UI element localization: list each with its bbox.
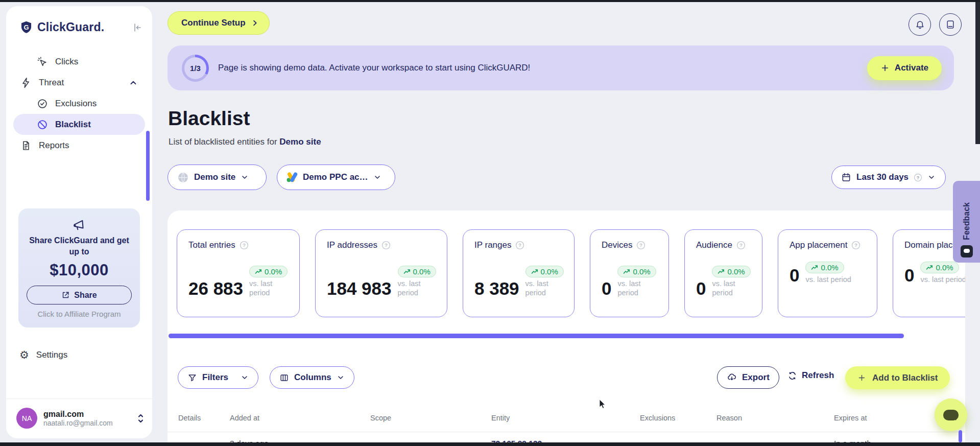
sidebar-item-threat[interactable]: Threat	[13, 72, 145, 93]
sidebar-item-label: Blacklist	[55, 120, 91, 130]
sidebar-item-exclusions[interactable]: Exclusions	[13, 93, 145, 114]
workspace-switcher[interactable]: NA gmail.com naatali.ro@gmail.com	[16, 408, 145, 429]
svg-text:?: ?	[243, 242, 245, 248]
stat-card-devices: Devices ? 0 0.0% vs. last period	[590, 229, 669, 317]
chevron-up-icon[interactable]	[129, 78, 138, 87]
sidebar-item-clicks[interactable]: Clicks	[13, 51, 145, 72]
up-down-chevrons-icon	[136, 413, 145, 424]
cell-added-at: 3 days ago	[230, 439, 269, 442]
filters-label: Filters	[202, 372, 228, 383]
column-header-entity[interactable]: Entity	[491, 414, 510, 422]
site-selector-value: Demo site	[194, 172, 235, 182]
sidebar-scrollbar[interactable]	[146, 131, 150, 201]
sidebar-item-label: Threat	[39, 78, 64, 88]
workspace-name: gmail.com	[43, 410, 113, 419]
megaphone-icon	[26, 218, 133, 232]
sidebar-collapse-icon[interactable]	[132, 22, 143, 33]
feedback-label: Feedback	[962, 202, 971, 240]
stat-delta: 0.0%	[821, 263, 838, 272]
affiliate-promo-card[interactable]: Share ClickGuard and get up to $10,000 S…	[18, 208, 140, 327]
reports-document-icon	[20, 140, 32, 151]
activate-button[interactable]: Activate	[867, 56, 942, 80]
column-header-reason[interactable]: Reason	[716, 414, 742, 422]
stat-card-ip-addresses: IP addresses ? 184 983 0.0% vs. last per…	[315, 229, 447, 317]
trend-up-icon	[531, 269, 538, 274]
docs-button[interactable]	[939, 13, 962, 36]
question-circle-icon[interactable]: ?	[381, 241, 391, 250]
site-selector[interactable]: Demo site	[168, 165, 267, 190]
stat-card-ip-ranges: IP ranges ? 8 389 0.0% vs. last period	[463, 229, 575, 317]
stat-note: vs. last period	[805, 275, 851, 284]
question-circle-icon[interactable]: ?	[636, 241, 646, 250]
stat-value: 26 883	[188, 279, 243, 297]
banner-message: Page is showing demo data. Activate your…	[218, 63, 530, 73]
stat-note: vs. last period	[712, 279, 744, 297]
cell-expires-at: In a month	[834, 439, 871, 442]
refresh-button[interactable]: Refresh	[787, 370, 834, 381]
question-circle-icon[interactable]: ?	[515, 241, 524, 250]
stats-row: Total entries ? 26 883 0.0% vs. last per…	[177, 229, 965, 318]
trend-up-icon	[623, 269, 630, 274]
demo-data-banner: 1/3 Page is showing demo data. Activate …	[168, 45, 954, 90]
sidebar-item-settings[interactable]: ⚙ Settings	[19, 349, 67, 360]
bell-icon	[915, 19, 925, 30]
column-header-expires-at[interactable]: Expires at	[834, 414, 867, 422]
column-header-details[interactable]: Details	[178, 414, 201, 422]
threat-lightning-icon	[20, 77, 32, 88]
continue-setup-label: Continue Setup	[181, 18, 246, 28]
sidebar: G ClickGuard. Clicks Threat	[6, 6, 152, 438]
affiliate-link-text[interactable]: Click to Affiliate Program	[26, 310, 133, 318]
columns-button[interactable]: Columns	[270, 366, 354, 389]
user-email: naatali.ro@gmail.com	[43, 419, 113, 427]
book-icon	[945, 19, 955, 30]
settings-label: Settings	[36, 350, 67, 360]
page-title: Blacklist	[168, 107, 250, 130]
ppc-account-selector[interactable]: Demo PPC ac…	[277, 165, 395, 190]
setup-progress-ring: 1/3	[182, 55, 209, 82]
stat-value: 0	[696, 279, 706, 297]
subtitle-text: List of blacklisted entities for	[169, 137, 277, 147]
promo-amount: $10,000	[26, 261, 133, 279]
subtitle-site-name: Demo site	[279, 137, 321, 147]
plus-icon	[880, 63, 890, 73]
page-vertical-scrollbar[interactable]	[959, 430, 962, 442]
notifications-button[interactable]	[909, 13, 931, 36]
stat-delta: 0.0%	[265, 267, 282, 276]
columns-icon	[279, 373, 289, 383]
sidebar-item-reports[interactable]: Reports	[13, 135, 145, 156]
question-circle-icon[interactable]: ?	[736, 241, 746, 250]
date-range-selector[interactable]: Last 30 days ?	[831, 166, 946, 189]
column-header-exclusions[interactable]: Exclusions	[640, 414, 675, 422]
brand-logo-text: ClickGuard.	[37, 20, 104, 34]
export-button[interactable]: Export	[717, 366, 779, 389]
chevron-down-icon	[337, 373, 345, 382]
stat-label: IP addresses	[327, 240, 377, 250]
question-circle-icon[interactable]: ?	[240, 241, 249, 250]
question-circle-icon: ?	[914, 173, 922, 182]
chat-launcher-button[interactable]	[935, 398, 967, 431]
column-header-scope[interactable]: Scope	[370, 414, 391, 422]
svg-text:?: ?	[385, 242, 387, 248]
app-viewport: G ClickGuard. Clicks Threat	[0, 2, 980, 442]
chevron-down-icon	[927, 173, 936, 181]
svg-text:?: ?	[739, 242, 742, 248]
feedback-tab[interactable]: Feedback	[953, 181, 980, 263]
stats-horizontal-scrollbar[interactable]	[169, 334, 904, 338]
stat-label: IP ranges	[474, 240, 511, 250]
trend-up-icon	[403, 269, 411, 274]
columns-label: Columns	[294, 372, 331, 383]
filters-button[interactable]: Filters	[178, 366, 258, 389]
globe-icon	[177, 172, 189, 183]
question-circle-icon[interactable]: ?	[851, 241, 861, 250]
funnel-icon	[187, 373, 197, 383]
add-to-blacklist-button[interactable]: Add to Blacklist	[845, 366, 950, 389]
share-button[interactable]: Share	[27, 286, 132, 304]
continue-setup-button[interactable]: Continue Setup	[168, 11, 270, 35]
column-header-added-at[interactable]: Added at	[230, 414, 259, 422]
date-range-value: Last 30 days	[856, 172, 909, 182]
external-link-icon	[61, 291, 70, 299]
sidebar-item-blacklist[interactable]: Blacklist	[13, 114, 145, 135]
exclusions-badge-check-icon	[37, 98, 48, 109]
stat-value: 0	[904, 266, 914, 284]
calendar-icon	[841, 172, 851, 182]
